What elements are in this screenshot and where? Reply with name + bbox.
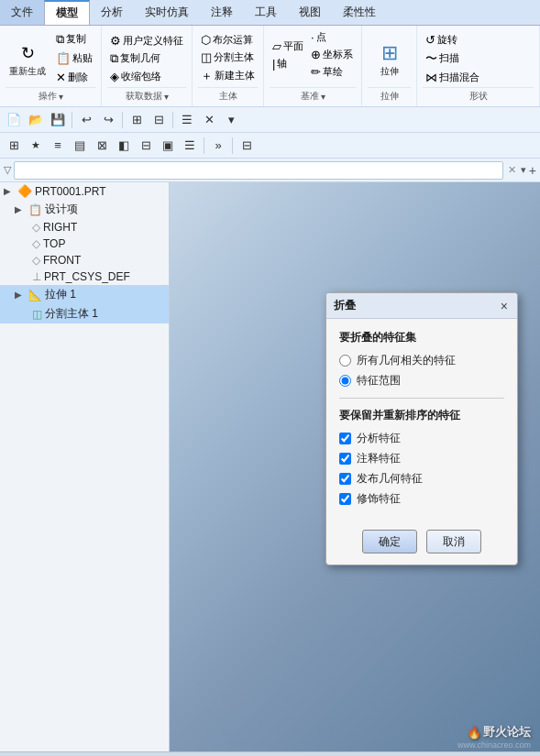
tree-item-design-label: 设计项 bbox=[45, 202, 78, 217]
ribbon-btn-delete[interactable]: ✕ 删除 bbox=[53, 70, 95, 85]
copy-geom-label: 复制几何 bbox=[120, 51, 160, 65]
tb2-grid2-btn[interactable]: ⊟ bbox=[149, 110, 169, 130]
tb2-grid1-btn[interactable]: ⊞ bbox=[127, 110, 147, 130]
ribbon-btn-new-body[interactable]: ＋ 新建主体 bbox=[198, 67, 258, 85]
tree-item-fenge1[interactable]: ◫ 分割主体 1 bbox=[0, 304, 169, 323]
tree-item-design[interactable]: ▶ 📋 设计项 bbox=[0, 200, 169, 219]
ribbon-group-subject: ⬡ 布尔运算 ◫ 分割主体 ＋ 新建主体 主体 bbox=[193, 26, 264, 106]
prt-csys-icon: ⊥ bbox=[32, 270, 41, 283]
tb3-btn-9[interactable]: ☰ bbox=[180, 136, 200, 156]
tb3-btn-5[interactable]: ⊠ bbox=[92, 136, 112, 156]
radio-row-feature-range[interactable]: 特征范围 bbox=[339, 373, 504, 389]
search-dropdown-btn[interactable]: ▾ bbox=[521, 164, 526, 176]
operations-dropdown-icon[interactable]: ▾ bbox=[59, 92, 63, 102]
dialog-cancel-btn[interactable]: 取消 bbox=[426, 530, 481, 553]
fetchdata-dropdown-icon[interactable]: ▾ bbox=[164, 92, 169, 102]
ribbon-btn-paste[interactable]: 📋 粘贴 bbox=[53, 50, 95, 66]
tree-item-right[interactable]: ◇ RIGHT bbox=[0, 219, 169, 236]
checkbox-analysis-label: 分析特征 bbox=[357, 431, 401, 446]
tb3-btn-1[interactable]: ⊞ bbox=[4, 136, 24, 156]
tb3-btn-3[interactable]: ≡ bbox=[48, 136, 68, 156]
radio-row-all-geo[interactable]: 所有几何相关的特征 bbox=[339, 353, 504, 368]
tree-item-top[interactable]: ◇ TOP bbox=[0, 236, 169, 252]
ribbon-btn-copy[interactable]: ⧉ 复制 bbox=[53, 31, 95, 48]
ribbon-btn-user-defined[interactable]: ⚙ 用户定义特征 bbox=[107, 33, 186, 49]
point-icon: · bbox=[311, 30, 314, 44]
ribbon-btn-plane[interactable]: ▱ 平面 bbox=[270, 38, 306, 54]
tb2-save-btn[interactable]: 💾 bbox=[48, 110, 68, 130]
lashen1-icon: 📐 bbox=[28, 289, 42, 301]
ribbon-btn-blend[interactable]: ⋈ 扫描混合 bbox=[423, 70, 482, 85]
radio-all-geo[interactable] bbox=[339, 355, 351, 367]
tb3-sep2 bbox=[232, 137, 233, 154]
tb2-close-btn[interactable]: ✕ bbox=[199, 110, 219, 130]
menu-analysis[interactable]: 分析 bbox=[90, 0, 134, 25]
tree-item-root[interactable]: ▶ 🔶 PRT0001.PRT bbox=[0, 182, 169, 200]
tb3-more-btn[interactable]: » bbox=[208, 136, 228, 156]
status-bar bbox=[0, 751, 540, 756]
checkbox-decorate-label: 修饰特征 bbox=[357, 491, 401, 507]
datum-dropdown-icon[interactable]: ▾ bbox=[321, 92, 325, 102]
search-add-btn[interactable]: + bbox=[529, 163, 536, 178]
tb2-menu-btn[interactable]: ☰ bbox=[177, 110, 197, 130]
checkbox-publish[interactable] bbox=[339, 473, 351, 485]
root-icon: 🔶 bbox=[17, 184, 32, 198]
checkbox-decorate[interactable] bbox=[339, 493, 351, 505]
menu-realtime[interactable]: 实时仿真 bbox=[134, 0, 200, 25]
ribbon-btn-sketch[interactable]: ✏ 草绘 bbox=[308, 64, 356, 80]
tb3-btn-4[interactable]: ▤ bbox=[70, 136, 90, 156]
menu-tools[interactable]: 工具 bbox=[244, 0, 288, 25]
menu-model[interactable]: 模型 bbox=[44, 0, 90, 25]
menu-file[interactable]: 文件 bbox=[0, 0, 44, 25]
ribbon-btn-axis[interactable]: | 轴 bbox=[270, 56, 306, 71]
menu-flexible[interactable]: 柔性性 bbox=[332, 0, 387, 25]
ribbon-btn-copy-geom[interactable]: ⧉ 复制几何 bbox=[107, 50, 163, 67]
new-body-icon: ＋ bbox=[201, 68, 213, 84]
ribbon-btn-regenerate[interactable]: ↻ 重新生成 bbox=[6, 38, 50, 79]
menu-annotation[interactable]: 注释 bbox=[200, 0, 244, 25]
checkbox-row-decorate[interactable]: 修饰特征 bbox=[339, 491, 504, 507]
tb3-btn-6[interactable]: ◧ bbox=[114, 136, 134, 156]
ribbon-group-shape: ↺ 旋转 〜 扫描 ⋈ 扫描混合 形状 bbox=[417, 26, 540, 106]
tree-item-prt-csys-label: PRT_CSYS_DEF bbox=[44, 270, 130, 283]
tree-item-front[interactable]: ◇ FRONT bbox=[0, 252, 169, 268]
search-clear-btn[interactable]: ✕ bbox=[506, 164, 518, 176]
tb2-open-btn[interactable]: 📂 bbox=[26, 110, 46, 130]
tree-item-prt-csys[interactable]: ⊥ PRT_CSYS_DEF bbox=[0, 268, 169, 285]
menu-view[interactable]: 视图 bbox=[288, 0, 332, 25]
ribbon-btn-sweep[interactable]: 〜 扫描 bbox=[423, 49, 462, 68]
tb2-undo-btn[interactable]: ↩ bbox=[76, 110, 96, 130]
ribbon-btn-point[interactable]: · 点 bbox=[308, 29, 356, 45]
ribbon-btn-shrinkwrap[interactable]: ◈ 收缩包络 bbox=[107, 69, 164, 84]
dialog-close-btn[interactable]: × bbox=[499, 299, 510, 313]
toolbar3: ⊞ ★ ≡ ▤ ⊠ ◧ ⊟ ▣ ☰ » ⊟ bbox=[0, 133, 540, 159]
copy-label: 复制 bbox=[66, 32, 86, 46]
ribbon-btn-split-body[interactable]: ◫ 分割主体 bbox=[198, 49, 257, 65]
checkbox-row-annotation[interactable]: 注释特征 bbox=[339, 451, 504, 466]
checkbox-row-publish[interactable]: 发布几何特征 bbox=[339, 471, 504, 487]
tb3-btn-8[interactable]: ▣ bbox=[158, 136, 178, 156]
checkbox-analysis[interactable] bbox=[339, 433, 351, 444]
tb2-dropdown-btn[interactable]: ▾ bbox=[221, 110, 241, 130]
radio-feature-range[interactable] bbox=[339, 375, 351, 387]
tb3-btn-7[interactable]: ⊟ bbox=[136, 136, 156, 156]
ribbon-btn-stretch[interactable]: ⊞ 拉伸 bbox=[373, 38, 406, 79]
dialog-titlebar[interactable]: 折叠 × bbox=[326, 293, 517, 319]
ribbon-btn-coord[interactable]: ⊕ 坐标系 bbox=[308, 47, 356, 62]
tb2-redo-btn[interactable]: ↪ bbox=[98, 110, 118, 130]
tb3-last-btn[interactable]: ⊟ bbox=[237, 136, 257, 156]
tree-item-lashen1[interactable]: ▶ 📐 拉伸 1 bbox=[0, 285, 169, 304]
tree-item-fenge1-label: 分割主体 1 bbox=[45, 306, 98, 322]
canvas-area[interactable]: 折叠 × 要折叠的特征集 所有几何相关的特征 特征范围 要保留并重新排序 bbox=[170, 182, 540, 751]
checkbox-row-analysis[interactable]: 分析特征 bbox=[339, 431, 504, 446]
dialog-ok-btn[interactable]: 确定 bbox=[362, 530, 417, 553]
sweep-label: 扫描 bbox=[439, 51, 459, 65]
search-input[interactable] bbox=[14, 161, 503, 180]
datum-label: 基准 bbox=[301, 90, 319, 103]
tb2-new-btn[interactable]: 📄 bbox=[4, 110, 24, 130]
coord-icon: ⊕ bbox=[311, 48, 321, 61]
ribbon-btn-boolean[interactable]: ⬡ 布尔运算 bbox=[198, 32, 256, 48]
ribbon-btn-rotate[interactable]: ↺ 旋转 bbox=[423, 32, 460, 48]
checkbox-annotation[interactable] bbox=[339, 453, 351, 465]
tb3-btn-2[interactable]: ★ bbox=[26, 136, 46, 156]
